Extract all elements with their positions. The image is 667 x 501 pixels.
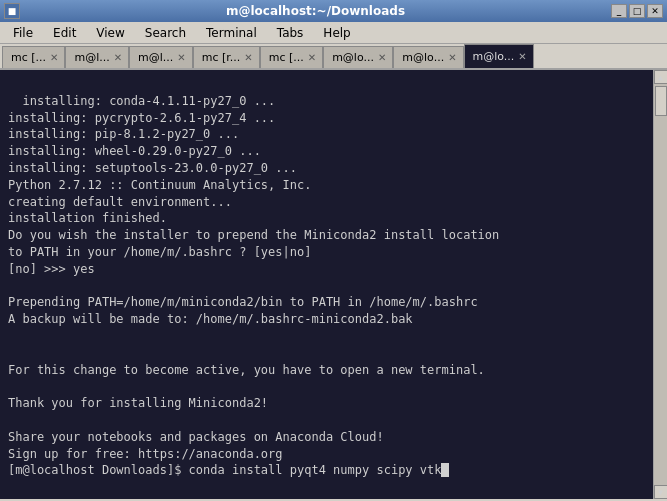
tab-bar: mc [...✕m@l...✕m@l...✕mc [r...✕mc [...✕m… (0, 44, 667, 70)
menu-item-search[interactable]: Search (136, 23, 195, 43)
tab-close-7[interactable]: ✕ (518, 51, 526, 62)
menu-item-tabs[interactable]: Tabs (268, 23, 313, 43)
menu-item-help[interactable]: Help (314, 23, 359, 43)
title-bar-title: m@localhost:~/Downloads (20, 4, 611, 18)
close-button[interactable]: ✕ (647, 4, 663, 18)
scroll-up-button[interactable]: ▲ (654, 70, 668, 84)
scrollbar-track[interactable] (654, 84, 667, 485)
tab-7[interactable]: m@lo...✕ (464, 44, 534, 68)
tab-label-1: m@l... (74, 51, 109, 64)
title-bar-icon: ■ (4, 3, 20, 19)
tab-3[interactable]: mc [r...✕ (193, 46, 260, 68)
minimize-button[interactable]: _ (611, 4, 627, 18)
tab-close-4[interactable]: ✕ (308, 52, 316, 63)
maximize-button[interactable]: □ (629, 4, 645, 18)
terminal-text: installing: conda-4.1.11-py27_0 ... inst… (8, 94, 499, 478)
terminal-cursor (441, 463, 448, 477)
tab-close-5[interactable]: ✕ (378, 52, 386, 63)
tab-close-1[interactable]: ✕ (114, 52, 122, 63)
tab-0[interactable]: mc [...✕ (2, 46, 65, 68)
tab-label-3: mc [r... (202, 51, 241, 64)
tab-close-6[interactable]: ✕ (448, 52, 456, 63)
tab-2[interactable]: m@l...✕ (129, 46, 193, 68)
menu-item-file[interactable]: File (4, 23, 42, 43)
tab-label-0: mc [... (11, 51, 46, 64)
menu-bar: FileEditViewSearchTerminalTabsHelp (0, 22, 667, 44)
menu-item-terminal[interactable]: Terminal (197, 23, 266, 43)
terminal-output: installing: conda-4.1.11-py27_0 ... inst… (0, 70, 653, 499)
tab-label-5: m@lo... (332, 51, 374, 64)
tab-4[interactable]: mc [...✕ (260, 46, 323, 68)
title-bar-controls: _ □ ✕ (611, 4, 663, 18)
title-bar: ■ m@localhost:~/Downloads _ □ ✕ (0, 0, 667, 22)
tab-label-7: m@lo... (473, 50, 515, 63)
tab-label-4: mc [... (269, 51, 304, 64)
tab-6[interactable]: m@lo...✕ (393, 46, 463, 68)
scroll-down-button[interactable]: ▼ (654, 485, 668, 499)
tab-1[interactable]: m@l...✕ (65, 46, 129, 68)
menu-item-edit[interactable]: Edit (44, 23, 85, 43)
tab-label-2: m@l... (138, 51, 173, 64)
tab-close-2[interactable]: ✕ (177, 52, 185, 63)
scrollbar[interactable]: ▲ ▼ (653, 70, 667, 499)
tab-close-0[interactable]: ✕ (50, 52, 58, 63)
terminal: installing: conda-4.1.11-py27_0 ... inst… (0, 70, 667, 499)
menu-item-view[interactable]: View (87, 23, 133, 43)
scrollbar-thumb[interactable] (655, 86, 667, 116)
tab-5[interactable]: m@lo...✕ (323, 46, 393, 68)
tab-label-6: m@lo... (402, 51, 444, 64)
tab-close-3[interactable]: ✕ (244, 52, 252, 63)
